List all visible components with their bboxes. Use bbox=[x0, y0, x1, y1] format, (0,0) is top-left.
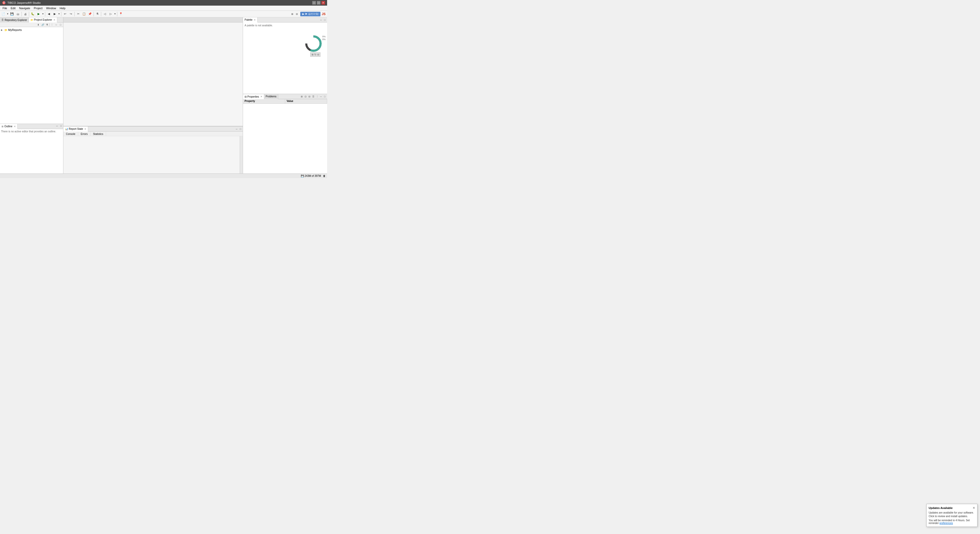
main-area: 🗄 Repository Explorer 📁 Project Explorer… bbox=[0, 17, 327, 173]
tab-outline-label: Outline bbox=[4, 125, 13, 128]
tab-repository-explorer[interactable]: 🗄 Repository Explorer bbox=[0, 17, 29, 22]
toolbar-layout[interactable]: ⊞ bbox=[290, 11, 294, 17]
menu-edit[interactable]: Edit bbox=[9, 6, 17, 11]
outline-icon: ⊞ bbox=[2, 125, 3, 128]
title-bar-controls: ─ □ ✕ bbox=[312, 1, 325, 5]
toolbar-prev[interactable]: ◁ bbox=[102, 11, 108, 17]
toolbar-sep2 bbox=[29, 12, 29, 16]
report-state-toolbar: ─ □ bbox=[235, 127, 242, 131]
outline-max-btn[interactable]: □ bbox=[59, 124, 63, 128]
explorer-filter-btn[interactable]: ⚗ bbox=[45, 23, 49, 27]
tab-project-label: Project Explorer bbox=[34, 18, 52, 21]
explorer-more-btn[interactable]: ⋮ bbox=[50, 23, 54, 27]
toolbar-next[interactable]: ▷ bbox=[108, 11, 113, 17]
toolbar-run-report-btn[interactable]: ▶ ▶ 运行计划 bbox=[300, 12, 321, 16]
gauge-ctrl-3[interactable]: ⊖ bbox=[317, 53, 319, 56]
toolbar-pin[interactable]: 📍 bbox=[118, 11, 124, 17]
toolbar-paste[interactable]: 📌 bbox=[87, 11, 93, 17]
toolbar-new[interactable]: 📄 bbox=[0, 11, 6, 17]
properties-icon: ⊟ bbox=[245, 95, 247, 98]
prop-filter3-btn[interactable]: ⊟ bbox=[308, 95, 311, 99]
outline-min-btn[interactable]: ─ bbox=[55, 124, 59, 128]
prop-max-btn[interactable]: □ bbox=[323, 95, 326, 99]
palette-max-btn[interactable]: □ bbox=[323, 18, 326, 22]
toolbar-back[interactable]: ◀ bbox=[46, 11, 52, 17]
gauge-ctrl-2[interactable]: ↻ bbox=[314, 53, 317, 56]
toolbar-saveall[interactable]: 🗂 bbox=[15, 11, 21, 17]
tab-report-state-close[interactable]: ✕ bbox=[84, 128, 86, 130]
toolbar-prev-dropdown[interactable]: ▼ bbox=[114, 11, 116, 17]
toolbar-print[interactable]: 🖨 bbox=[22, 11, 28, 17]
subtab-console[interactable]: Console bbox=[64, 132, 78, 136]
tab-outline-close[interactable]: ✕ bbox=[14, 125, 16, 128]
explorer-link-btn[interactable]: 🔗 bbox=[41, 23, 45, 27]
explorer-collapse-btn[interactable]: ⬇ bbox=[36, 23, 40, 27]
palette-min-btn[interactable]: ─ bbox=[319, 18, 323, 22]
prop-filter5-btn[interactable]: ⋮ bbox=[315, 95, 319, 99]
menu-file[interactable]: File bbox=[1, 6, 9, 11]
prop-filter4-btn[interactable]: ☰ bbox=[312, 95, 315, 99]
tab-properties-close[interactable]: ✕ bbox=[260, 95, 262, 98]
close-button[interactable]: ✕ bbox=[321, 1, 325, 5]
toolbar-filter[interactable]: ⚗ bbox=[95, 11, 100, 17]
toolbar-forward[interactable]: ▶ bbox=[52, 11, 57, 17]
minimize-button[interactable]: ─ bbox=[312, 1, 316, 5]
prop-filter2-btn[interactable]: ⊡ bbox=[304, 95, 307, 99]
toolbar-redo[interactable]: ↪ bbox=[68, 11, 73, 17]
left-panel: 🗄 Repository Explorer 📁 Project Explorer… bbox=[0, 17, 64, 173]
tab-project-explorer[interactable]: 📁 Project Explorer ✕ bbox=[29, 17, 57, 22]
gauge-ctrl-1[interactable]: ⊕ bbox=[312, 53, 313, 56]
toolbar-sep1 bbox=[21, 12, 22, 16]
toolbar-cut[interactable]: ✂ bbox=[75, 11, 81, 17]
toolbar-undo[interactable]: ↩ bbox=[62, 11, 68, 17]
toolbar-back-dropdown[interactable]: ▼ bbox=[58, 11, 60, 17]
report-state-max-btn[interactable]: □ bbox=[239, 127, 242, 131]
status-gc[interactable]: 🗑 bbox=[323, 175, 326, 177]
palette-empty-message: A palette is not available. bbox=[245, 24, 273, 27]
explorer-min-btn[interactable]: ─ bbox=[54, 23, 58, 27]
gauge-svg: 82% bbox=[305, 35, 322, 52]
svg-text:82%: 82% bbox=[310, 41, 317, 45]
toolbar-run[interactable]: ▶ bbox=[36, 11, 41, 17]
restore-button[interactable]: □ bbox=[317, 1, 320, 5]
tab-outline[interactable]: ⊞ Outline ✕ bbox=[0, 124, 18, 129]
subtab-errors[interactable]: Errors bbox=[78, 132, 91, 136]
report-state-min-btn[interactable]: ─ bbox=[235, 127, 239, 131]
outline-content: There is no active editor that provides … bbox=[0, 129, 63, 173]
menu-navigate[interactable]: Navigate bbox=[18, 6, 32, 11]
editor-area bbox=[64, 17, 243, 126]
rs-scrollbar[interactable] bbox=[240, 136, 243, 173]
tab-palette-close[interactable]: ✕ bbox=[254, 19, 256, 21]
prop-min-btn[interactable]: ─ bbox=[319, 95, 323, 99]
menu-window[interactable]: Window bbox=[45, 6, 57, 11]
toolbar-run-dropdown[interactable]: ▼ bbox=[41, 11, 44, 17]
status-bar: 💾 243M of 397M 🗑 bbox=[0, 173, 327, 178]
report-state-icon: 📊 bbox=[65, 127, 68, 130]
menu-project[interactable]: Project bbox=[32, 6, 44, 11]
toolbar-copy[interactable]: 📋 bbox=[81, 11, 87, 17]
tab-problems-label: Problems bbox=[266, 95, 277, 98]
tab-palette-label: Palette bbox=[245, 18, 253, 21]
tree-item-myreports[interactable]: ▶ 📁 MyReports bbox=[0, 28, 63, 32]
menu-help[interactable]: Help bbox=[58, 6, 67, 11]
explorer-max-btn[interactable]: □ bbox=[59, 23, 63, 27]
palette-content: A palette is not available. 82% bbox=[243, 22, 327, 94]
explorer-toolbar: ⬇ 🔗 ⚗ ⋮ ─ □ bbox=[0, 22, 63, 27]
tab-palette[interactable]: Palette ✕ bbox=[243, 17, 258, 22]
properties-header: Property Value bbox=[243, 99, 327, 104]
tab-report-state-label: Report State bbox=[69, 127, 83, 130]
prop-filter1-btn[interactable]: ⊞ bbox=[300, 95, 304, 99]
title-bar-title: TIBCO Jaspersoft® Studio bbox=[7, 1, 41, 4]
tab-properties[interactable]: ⊟ Properties ✕ bbox=[243, 94, 264, 99]
toolbar-debug[interactable]: 🐛 bbox=[30, 11, 35, 17]
tab-project-close[interactable]: ✕ bbox=[53, 19, 56, 21]
subtab-statistics[interactable]: Statistics bbox=[91, 132, 106, 136]
report-state-subtabs: Console Errors Statistics bbox=[64, 132, 243, 136]
properties-panel: ⊟ Properties ✕ Problems ⊞ ⊡ ⊟ ☰ ⋮ ─ □ bbox=[243, 94, 327, 173]
toolbar-new-dropdown[interactable]: ▼ bbox=[6, 11, 9, 17]
tab-problems[interactable]: Problems bbox=[264, 94, 278, 99]
toolbar-perspective[interactable]: ⊟ bbox=[295, 11, 299, 17]
toolbar-save[interactable]: 💾 bbox=[9, 11, 15, 17]
tab-report-state[interactable]: 📊 Report State ✕ bbox=[64, 127, 88, 132]
report-state-panel: 📊 Report State ✕ ─ □ Console Errors Stat… bbox=[64, 126, 243, 173]
